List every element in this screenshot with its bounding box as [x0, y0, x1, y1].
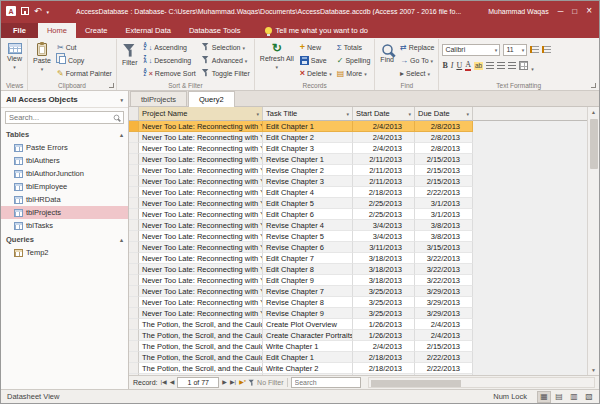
- nav-search-input[interactable]: [9, 113, 113, 122]
- layout-view-shortcut-icon[interactable]: [567, 391, 581, 403]
- cell-project-name[interactable]: Never Too Late: Reconnecting with You: [139, 231, 263, 242]
- view-button[interactable]: View: [5, 41, 24, 79]
- font-dropdown-icon[interactable]: [495, 46, 498, 53]
- scrollbar-thumb[interactable]: [590, 119, 598, 169]
- row-selector[interactable]: [129, 253, 139, 264]
- table-row[interactable]: Never Too Late: Reconnecting with YouEdi…: [129, 209, 587, 220]
- column-dropdown-icon[interactable]: [466, 109, 469, 118]
- cell-task-title[interactable]: Edit Chapter 5: [263, 198, 353, 209]
- table-row[interactable]: Never Too Late: Reconnecting with YouRev…: [129, 308, 587, 319]
- cell-due-date[interactable]: 3/29/2013: [415, 308, 473, 319]
- table-row[interactable]: The Potion, the Scroll, and the Cauldron…: [129, 363, 587, 374]
- cell-project-name[interactable]: Never Too Late: Reconnecting with You: [139, 242, 263, 253]
- record-position-box[interactable]: [177, 377, 219, 388]
- delete-button[interactable]: Delete: [299, 67, 333, 79]
- nav-item-tblprojects[interactable]: tblProjects: [1, 206, 128, 219]
- row-selector[interactable]: [129, 165, 139, 176]
- tell-me-box[interactable]: Tell me what you want to do: [265, 26, 368, 38]
- cell-project-name[interactable]: The Potion, the Scroll, and the Cauldron: [139, 352, 263, 363]
- cell-task-title[interactable]: Revise Chapter 1: [263, 374, 353, 375]
- cell-start-date[interactable]: 2/11/2013: [353, 165, 415, 176]
- vertical-scrollbar[interactable]: [587, 107, 599, 375]
- paste-dropdown-icon[interactable]: [41, 65, 44, 72]
- cell-start-date[interactable]: 2/18/2013: [353, 363, 415, 374]
- ribbon-tab-file[interactable]: File: [1, 23, 38, 38]
- cell-project-name[interactable]: Never Too Late: Reconnecting with You: [139, 165, 263, 176]
- cell-start-date[interactable]: 3/25/2013: [353, 308, 415, 319]
- access-app-icon[interactable]: A: [6, 6, 16, 16]
- column-header-start-date[interactable]: Start Date: [353, 107, 415, 121]
- row-selector[interactable]: [129, 264, 139, 275]
- cell-task-title[interactable]: Revise Chapter 4: [263, 220, 353, 231]
- selection-button[interactable]: Selection: [200, 41, 251, 53]
- column-header-task-title[interactable]: Task Title: [263, 107, 353, 121]
- align-center-icon[interactable]: [497, 62, 505, 69]
- table-row[interactable]: Never Too Late: Reconnecting with YouEdi…: [129, 121, 587, 132]
- go-to-button[interactable]: Go To: [399, 54, 435, 66]
- ribbon-tab-home[interactable]: Home: [38, 23, 76, 38]
- totals-button[interactable]: Totals: [336, 41, 372, 53]
- italic-button[interactable]: [451, 61, 454, 71]
- cell-due-date[interactable]: 2/22/2013: [415, 352, 473, 363]
- font-color-button[interactable]: [465, 61, 471, 71]
- ribbon-tab-external-data[interactable]: External Data: [116, 23, 179, 38]
- nav-pane-menu-icon[interactable]: [120, 95, 123, 104]
- row-selector[interactable]: [129, 231, 139, 242]
- cell-task-title[interactable]: Edit Chapter 7: [263, 253, 353, 264]
- nav-item-temp2[interactable]: Temp2: [1, 246, 128, 259]
- copy-button[interactable]: Copy: [56, 54, 113, 66]
- cell-start-date[interactable]: 3/18/2013: [353, 253, 415, 264]
- nav-item-tblauthers[interactable]: tblAuthers: [1, 154, 128, 167]
- cell-task-title[interactable]: Revise Chapter 6: [263, 242, 353, 253]
- select-button[interactable]: Select: [399, 67, 435, 79]
- row-selector[interactable]: [129, 154, 139, 165]
- align-right-icon[interactable]: [508, 62, 516, 69]
- table-row[interactable]: The Potion, the Scroll, and the Cauldron…: [129, 341, 587, 352]
- column-header-due-date[interactable]: Due Date: [415, 107, 473, 121]
- cell-due-date[interactable]: 3/29/2013: [415, 297, 473, 308]
- cell-start-date[interactable]: 1/26/2013: [353, 319, 415, 330]
- record-search-input[interactable]: [291, 377, 361, 388]
- horizontal-scrollbar[interactable]: [368, 377, 595, 388]
- gridlines-dropdown-icon[interactable]: [531, 57, 534, 75]
- customize-qat-icon[interactable]: [47, 8, 50, 15]
- row-selector[interactable]: [129, 121, 139, 132]
- row-selector[interactable]: [129, 275, 139, 286]
- cell-start-date[interactable]: 3/18/2013: [353, 275, 415, 286]
- row-selector[interactable]: [129, 176, 139, 187]
- cell-task-title[interactable]: Edit Chapter 9: [263, 275, 353, 286]
- new-record-button[interactable]: New: [299, 41, 333, 53]
- nav-search-box[interactable]: [5, 111, 124, 124]
- cell-task-title[interactable]: Edit Chapter 1: [263, 121, 353, 132]
- nav-item-paste-errors[interactable]: Paste Errors: [1, 141, 128, 154]
- cell-start-date[interactable]: 3/25/2013: [353, 286, 415, 297]
- cell-task-title[interactable]: Revise Chapter 9: [263, 308, 353, 319]
- column-dropdown-icon[interactable]: [346, 109, 349, 118]
- table-row[interactable]: Never Too Late: Reconnecting with YouEdi…: [129, 132, 587, 143]
- underline-button[interactable]: [456, 61, 462, 71]
- row-selector[interactable]: [129, 319, 139, 330]
- cell-start-date[interactable]: 3/25/2013: [353, 297, 415, 308]
- column-dropdown-icon[interactable]: [256, 109, 259, 118]
- cell-task-title[interactable]: Revise Chapter 5: [263, 231, 353, 242]
- cell-due-date[interactable]: 3/29/2013: [415, 286, 473, 297]
- cell-start-date[interactable]: 2/18/2013: [353, 187, 415, 198]
- hscrollbar-thumb[interactable]: [371, 380, 461, 387]
- cell-start-date[interactable]: 1/26/2013: [353, 330, 415, 341]
- row-selector[interactable]: [129, 374, 139, 375]
- cell-start-date[interactable]: 2/4/2013: [353, 121, 415, 132]
- save-record-button[interactable]: Save: [299, 54, 333, 66]
- cell-project-name[interactable]: Never Too Late: Reconnecting with You: [139, 297, 263, 308]
- cell-task-title[interactable]: Edit Chapter 3: [263, 143, 353, 154]
- cell-due-date[interactable]: 3/1/2013: [415, 374, 473, 375]
- row-selector[interactable]: [129, 198, 139, 209]
- column-header-project-name[interactable]: Project Name: [139, 107, 263, 121]
- cell-project-name[interactable]: Never Too Late: Reconnecting with You: [139, 286, 263, 297]
- cell-task-title[interactable]: Revise Chapter 7: [263, 286, 353, 297]
- collapse-group-icon[interactable]: [120, 130, 123, 139]
- row-selector[interactable]: [129, 308, 139, 319]
- font-name-combo[interactable]: Calibri: [442, 44, 500, 56]
- cell-due-date[interactable]: 2/15/2013: [415, 154, 473, 165]
- row-selector[interactable]: [129, 330, 139, 341]
- table-row[interactable]: Never Too Late: Reconnecting with YouRev…: [129, 297, 587, 308]
